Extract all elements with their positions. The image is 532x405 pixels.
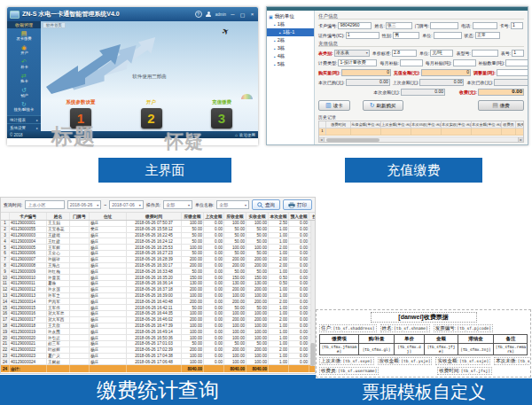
column-header[interactable]: 收费员: [502, 121, 516, 128]
field-input[interactable]: [472, 50, 498, 57]
table-row[interactable]: 540129000005王军辉杨庄2018-06-26 16:25:53100.…: [1, 245, 315, 251]
scroll-thumb[interactable]: [326, 138, 379, 142]
receipt-field[interactable]: 收费时间:[tb_sf.jfsj]: [437, 367, 492, 375]
receipt-field[interactable]: 发票编号:[tb_sf.pjcode]: [434, 324, 493, 332]
field-input[interactable]: 0.00: [494, 79, 528, 86]
column-header[interactable]: 姓名: [47, 213, 70, 220]
table-row[interactable]: 1040129000010许曹英杨庄2018-06-26 16:35:20150…: [1, 275, 315, 281]
receipt-field[interactable]: 姓名:[tb_sf.shname]: [380, 324, 430, 332]
field-input[interactable]: 1-按计量收费: [338, 59, 377, 66]
receipt-table[interactable]: 缴费项购/补量单价金额滞纳金备注[tb_sfmx.jfmname][tb_sfm…: [319, 334, 528, 355]
receipt-template-editor[interactable]: [danwei]收费票据 住户:[tb_sf.shaddress]姓名:[tb_…: [316, 309, 531, 378]
column-header[interactable]: 应缴金额: [182, 213, 204, 220]
field-input[interactable]: 0.00: [419, 79, 464, 86]
receipt-token-cell[interactable]: [tb_sfmx.remark]: [494, 344, 528, 354]
scroll-left-icon[interactable]: ◂: [319, 137, 325, 143]
minimize-icon[interactable]: ─: [230, 12, 236, 18]
scroll-right-icon[interactable]: ▸: [518, 137, 523, 143]
field-input[interactable]: 正常: [475, 32, 500, 39]
field-input[interactable]: 1: [511, 22, 523, 29]
table-row[interactable]: 640129000006王全心杨庄2018-06-26 16:27:2350.0…: [1, 251, 315, 257]
field-input[interactable]: 张三: [386, 22, 412, 29]
field-input[interactable]: 0.00: [401, 89, 445, 96]
receipt-title[interactable]: [danwei]收费票据: [371, 312, 477, 323]
table-row[interactable]: 1940129000019许永围杨庄2018-06-26 16:49:14100…: [1, 329, 315, 335]
column-header[interactable]: 购买量: [516, 121, 524, 128]
column-header[interactable]: 缴费时间: [326, 121, 351, 128]
receipt-field[interactable]: 收费员:[tb_sf.username]: [319, 367, 379, 375]
receipt-field[interactable]: 上次未缴:[tb_sf.ssye]: [319, 357, 374, 365]
history-hscrollbar[interactable]: ◂ ▸: [319, 136, 523, 142]
scroll-thumb[interactable]: [310, 343, 315, 366]
column-header[interactable]: 本次金额: [269, 213, 289, 220]
table-row[interactable]: 1840129000018王天欣杨庄2018-06-26 16:47:39100…: [1, 323, 315, 330]
column-header[interactable]: 找零: [309, 213, 315, 220]
table-row[interactable]: 1: [319, 129, 523, 136]
field-input[interactable]: 0.00: [346, 79, 390, 86]
field-input[interactable]: 1: [512, 50, 524, 57]
field-input[interactable]: 0.00: [478, 89, 524, 96]
field-input[interactable]: [400, 59, 423, 66]
sidebar-section[interactable]: 系统设置▸: [7, 123, 41, 131]
print-button[interactable]: 打印: [283, 199, 312, 210]
field-input[interactable]: 元/吨: [430, 50, 453, 57]
receipt-token-cell[interactable]: [tb_sfmx.dj]: [395, 344, 425, 354]
table-row[interactable]: 1440129000014尹丙军杨庄2018-06-26 16:40:48200…: [1, 299, 315, 305]
field-input[interactable]: 0: [341, 69, 391, 76]
column-header[interactable]: 本次实收(单位:元): [442, 121, 472, 128]
table-row[interactable]: 840129000008王海占杨庄2018-06-26 16:30:17200.…: [1, 263, 315, 269]
tree-node[interactable]: ▪3栋: [267, 44, 314, 52]
field-input[interactable]: 冷水表▾: [334, 50, 370, 57]
column-header[interactable]: 充值金额(单位:元): [351, 121, 381, 128]
sidebar-item[interactable]: ◉开户: [7, 43, 41, 57]
table-row[interactable]: 940129000009许红梅杨庄2018-06-26 16:33:4850.0…: [1, 269, 315, 275]
sidebar-item[interactable]: ↺销户: [7, 85, 41, 99]
help-icon[interactable]: ?: [195, 11, 202, 18]
column-header[interactable]: 实收金额: [246, 213, 269, 220]
table-row[interactable]: 740129000007许丽珍杨庄2018-06-26 16:28:39200.…: [1, 257, 315, 263]
column-header[interactable]: 上次金额: [204, 213, 224, 220]
table-row[interactable]: 440129000004王红建杨庄2018-06-26 16:24:1250.0…: [1, 238, 315, 245]
refresh-purchase-button[interactable]: ↻刷新购买: [363, 100, 403, 111]
area-input[interactable]: 上水小区: [25, 200, 64, 209]
receipt-field[interactable]: 实收金额:[tb_sf.ssje]: [435, 357, 490, 365]
field-input[interactable]: [473, 22, 497, 29]
date-from-picker[interactable]: 2018-06-26▾: [67, 200, 102, 209]
column-header[interactable]: 预入金额: [289, 213, 309, 220]
table-row[interactable]: 2440129000024王树超杨庄2018-06-26 17:06:48100…: [1, 359, 315, 365]
tree-node[interactable]: ▣我的单位: [267, 12, 314, 20]
pay-button[interactable]: ▤缴费: [478, 100, 524, 111]
sidebar-item[interactable]: ▤发卡缴费: [7, 28, 41, 43]
table-row[interactable]: 1340129000013许军之杨庄2018-06-26 16:39:00100…: [1, 293, 315, 300]
receipt-token-cell[interactable]: [tb_sfmx.jfje]: [425, 344, 458, 354]
table-row[interactable]: 1140129000011夏薇杨庄2018-06-26 16:36:14130.…: [1, 281, 315, 287]
table-row[interactable]: 1640129000016贺大军弟杨庄2018-06-26 16:44:3510…: [1, 311, 315, 317]
column-header[interactable]: 缴费时间: [127, 213, 182, 220]
home-icon[interactable]: ⌂: [235, 132, 238, 137]
column-header[interactable]: 住址: [90, 213, 127, 220]
operator-select[interactable]: 全部▾: [163, 200, 192, 209]
table-row[interactable]: 140129000001王玉娟杨庄2018-06-26 07:50:37100.…: [1, 221, 315, 227]
field-input[interactable]: [434, 32, 462, 39]
field-input[interactable]: [430, 22, 458, 29]
table-row[interactable]: 1740129000017贺大军西杨庄2018-06-26 16:46:0220…: [1, 317, 315, 323]
column-header[interactable]: 门牌号: [70, 213, 90, 220]
sidebar-item[interactable]: ↶补卡: [7, 57, 41, 71]
home-tab[interactable]: 软件首页: [43, 22, 66, 28]
tree-node[interactable]: ▪1栋: [267, 20, 314, 28]
field-input[interactable]: 2.8: [392, 50, 417, 57]
column-header[interactable]: 本次已收(单位:元): [411, 121, 442, 128]
column-header[interactable]: 卡户编号: [10, 213, 47, 220]
table-row[interactable]: 2240129000022叶超辉杨庄2018-06-26 17:02:39200…: [1, 347, 315, 354]
table-row[interactable]: 2040129000020许引运杨庄2018-06-26 16:50:36100…: [1, 335, 315, 341]
sidebar-item[interactable]: ↻挂失/解挂卡: [7, 99, 41, 113]
column-header[interactable]: 应收金额: [224, 213, 246, 220]
user-icon[interactable]: [206, 12, 212, 18]
table-row[interactable]: 2340129000023夏广义杨庄2018-06-26 17:04:38100…: [1, 354, 315, 360]
stats-vscrollbar[interactable]: [310, 221, 315, 366]
field-input[interactable]: 1: [346, 32, 379, 39]
column-header[interactable]: 上次余额(单位:元): [381, 121, 411, 128]
restore-icon[interactable]: ▢: [239, 12, 246, 18]
receipt-token-cell[interactable]: [tb_sfmx.gl]: [359, 344, 395, 354]
read-card-button[interactable]: ▥读卡: [318, 100, 350, 111]
